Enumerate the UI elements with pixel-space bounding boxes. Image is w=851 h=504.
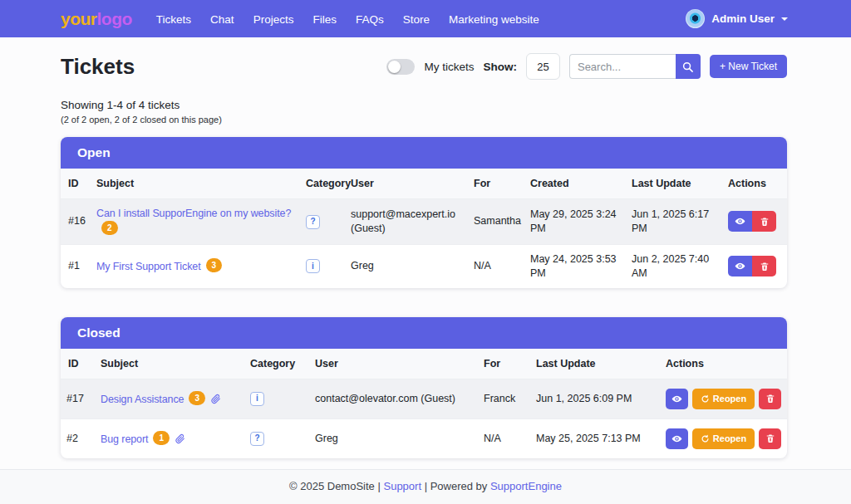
column-header-for: For: [478, 349, 530, 379]
column-header-actions: Actions: [660, 349, 787, 379]
logo-part-2: logo: [97, 9, 132, 28]
view-button[interactable]: [666, 428, 688, 449]
trash-icon: [765, 394, 775, 404]
reply-count-badge: 3: [206, 258, 223, 272]
ticket-user-cell: support@macexpert.io (Guest): [345, 199, 468, 245]
table-row: #16Can I install SupporEngine on my webs…: [61, 199, 787, 245]
column-header-user: User: [345, 169, 468, 199]
category-icon: i: [250, 392, 264, 406]
ticket-subject-link[interactable]: Bug report: [101, 433, 148, 445]
column-header-subject: Subject: [95, 349, 244, 379]
paperclip-icon: [175, 433, 185, 444]
ticket-subject-link[interactable]: Design Assistance: [101, 394, 184, 405]
nav-link-chat[interactable]: Chat: [210, 13, 234, 26]
open-tickets-table: IDSubjectCategoryUserForCreatedLast Upda…: [61, 169, 787, 288]
column-header-last-update: Last Update: [530, 349, 660, 379]
navbar: yourlogo TicketsChatProjectsFilesFAQsSto…: [0, 0, 851, 37]
reopen-button[interactable]: Reopen: [692, 389, 755, 409]
toolbar: My tickets Show: + New Ticket: [386, 53, 787, 80]
section-header-closed: Closed: [61, 317, 787, 349]
trash-icon: [765, 433, 775, 443]
ticket-subject-link[interactable]: Can I install SupporEngine on my website…: [96, 208, 291, 219]
column-header-category: Category: [300, 169, 345, 199]
search-icon: [681, 61, 694, 73]
closed-tickets-table: IDSubjectCategoryUserForLast UpdateActio…: [61, 349, 787, 458]
ticket-actions-cell: Reopen: [660, 379, 787, 418]
ticket-user-cell: Greg: [309, 418, 478, 458]
ticket-for-cell: N/A: [468, 244, 524, 287]
paperclip-icon: [210, 394, 221, 404]
eye-icon: [735, 261, 745, 272]
chevron-down-icon: [781, 17, 788, 21]
eye-icon: [735, 216, 745, 227]
ticket-user-cell: contact@olevator.com (Guest): [309, 379, 478, 418]
show-count-input[interactable]: [526, 53, 560, 80]
nav-link-files[interactable]: Files: [312, 13, 337, 26]
engine-link[interactable]: SupportEngine: [490, 480, 562, 492]
search-input[interactable]: [569, 54, 676, 79]
view-button[interactable]: [666, 389, 688, 409]
site-logo[interactable]: yourlogo: [61, 9, 132, 29]
nav-link-projects[interactable]: Projects: [253, 13, 294, 26]
ticket-last-update-cell: Jun 1, 2025 6:09 PM: [530, 379, 660, 418]
column-header-id: ID: [61, 169, 91, 199]
ticket-for-cell: Franck: [478, 379, 530, 418]
ticket-category-cell: ?: [244, 418, 309, 458]
delete-button[interactable]: [759, 389, 781, 409]
delete-button[interactable]: [759, 428, 781, 449]
new-ticket-button[interactable]: + New Ticket: [710, 55, 787, 78]
ticket-actions-cell: [722, 199, 787, 245]
trash-icon: [760, 217, 770, 227]
column-header-created: Created: [524, 169, 626, 199]
main-content: Tickets My tickets Show: + New Ticket Sh…: [0, 37, 851, 469]
table-row: #1My First Support Ticket3iGregN/AMay 24…: [61, 244, 787, 287]
ticket-created-cell: May 24, 2025 3:53 PM: [524, 244, 626, 287]
action-button-group: [728, 256, 776, 276]
trash-icon: [760, 262, 770, 272]
ticket-id-cell: #17: [61, 379, 95, 418]
ticket-for-cell: Samantha: [468, 199, 524, 245]
ticket-subject-cell: Bug report1: [95, 418, 244, 458]
nav-menu: TicketsChatProjectsFilesFAQsStoreMarketi…: [156, 12, 539, 27]
support-link[interactable]: Support: [383, 480, 421, 492]
ticket-subject-link[interactable]: My First Support Ticket: [96, 261, 201, 272]
category-icon: i: [306, 259, 320, 273]
nav-link-faqs[interactable]: FAQs: [356, 13, 384, 26]
eye-icon: [671, 394, 682, 404]
footer: © 2025 DemoSite | Support | Powered by S…: [0, 469, 851, 504]
reopen-button[interactable]: Reopen: [692, 428, 755, 449]
circular-arrow-icon: [701, 394, 710, 404]
nav-link-tickets[interactable]: Tickets: [156, 13, 191, 26]
my-tickets-label: My tickets: [424, 61, 474, 73]
nav-link-marketing-website[interactable]: Marketing website: [449, 13, 539, 26]
avatar: [686, 9, 705, 28]
ticket-last-update-cell: May 25, 2025 7:13 PM: [530, 418, 660, 458]
delete-button[interactable]: [752, 211, 776, 232]
column-header-for: For: [468, 169, 524, 199]
my-tickets-toggle[interactable]: [386, 59, 415, 75]
logo-part-1: your: [61, 9, 97, 28]
search-button[interactable]: [676, 54, 701, 79]
closed-tickets-card: Closed IDSubjectCategoryUserForLast Upda…: [61, 317, 787, 458]
circular-arrow-icon: [701, 434, 710, 443]
summary-line-2: (2 of 2 open, 2 of 2 closed on this page…: [61, 115, 790, 125]
ticket-actions-cell: [722, 244, 787, 287]
ticket-subject-cell: Design Assistance3: [95, 379, 244, 418]
view-button[interactable]: [728, 211, 752, 232]
category-icon: ?: [306, 215, 320, 229]
ticket-id-cell: #16: [61, 199, 91, 245]
view-button[interactable]: [728, 256, 752, 276]
ticket-id-cell: #2: [61, 418, 95, 458]
reopen-label: Reopen: [713, 433, 746, 443]
column-header-id: ID: [61, 349, 95, 379]
ticket-last-update-cell: Jun 1, 2025 6:17 PM: [626, 199, 722, 245]
nav-link-store[interactable]: Store: [403, 13, 430, 26]
copyright-text: © 2025 DemoSite: [289, 480, 375, 492]
footer-separator: |: [377, 480, 380, 492]
ticket-category-cell: i: [300, 244, 345, 287]
ticket-count-summary: Showing 1-4 of 4 tickets (2 of 2 open, 2…: [61, 99, 790, 125]
section-header-open: Open: [61, 137, 787, 169]
toggle-knob: [388, 61, 401, 73]
user-menu[interactable]: Admin User: [686, 9, 788, 28]
delete-button[interactable]: [752, 256, 776, 276]
